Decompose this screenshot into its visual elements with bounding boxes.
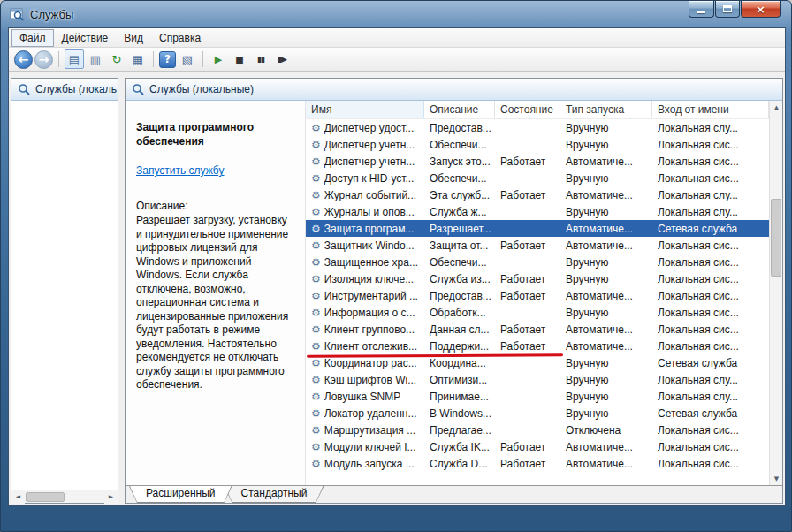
stop-service-button[interactable]: ■ <box>230 49 249 69</box>
column-header-description[interactable]: Описание <box>424 101 495 118</box>
service-row[interactable]: ⚙Клиент отслежив...Поддержи...РаботаетАв… <box>306 338 769 354</box>
pause-service-button[interactable]: ▮▮ <box>251 49 270 69</box>
maximize-button[interactable] <box>715 1 740 18</box>
service-row[interactable]: ⚙Кэш шрифтов Wi...Оптимизи...ВручнуюЛока… <box>306 371 769 388</box>
export-list-button[interactable]: ▥ <box>86 49 105 69</box>
table-header: ИмяОписаниеСостояниеТип запускаВход от и… <box>306 101 769 119</box>
show-hide-console-tree-button[interactable]: ▤ <box>65 49 84 69</box>
service-description: Обеспечи... <box>424 256 495 269</box>
service-row[interactable]: ⚙Ловушка SNMPПринимае...ВручнуюЛокальная… <box>306 388 769 405</box>
service-row[interactable]: ⚙Локатор удаленн...В Windows...ВручнуюСе… <box>306 405 769 422</box>
column-header-status[interactable]: Состояние <box>495 101 560 118</box>
title-bar[interactable]: Службы × <box>1 1 791 27</box>
service-row[interactable]: ⚙Диспетчер учетн...Обеспечи...ВручнуюЛок… <box>306 136 769 153</box>
service-startup-type: Автоматиче... <box>560 458 652 470</box>
service-logon-as: Сетевая служба <box>652 407 769 420</box>
help-button[interactable]: ? <box>159 51 176 68</box>
service-logon-as: Локальная сис... <box>652 441 769 453</box>
service-startup-type: Автоматиче... <box>560 239 652 252</box>
service-name: ⚙Журналы и опов... <box>306 206 424 218</box>
service-name-text: Модуль запуска ... <box>324 458 415 470</box>
service-row[interactable]: ⚙Модули ключей I...Служба IK...РаботаетА… <box>306 438 769 455</box>
column-header-startup-type[interactable]: Тип запуска <box>560 101 652 118</box>
service-row[interactable]: ⚙Журнал событий...Эта служб...РаботаетАв… <box>306 186 769 203</box>
menu-item-view[interactable]: Вид <box>116 29 151 47</box>
tab-extended[interactable]: Расширенный <box>129 486 232 503</box>
service-row[interactable]: ⚙Диспетчер учетн...Запуск это...Работает… <box>306 153 769 170</box>
service-row[interactable]: ⚙Модуль запуска ...Служба D...РаботаетАв… <box>306 455 769 472</box>
column-header-name[interactable]: Имя <box>306 101 424 118</box>
service-row[interactable]: ⚙Маршрутизация ...Предлагае...ОтключенаЛ… <box>306 422 769 438</box>
service-description: Обеспечи... <box>424 172 495 185</box>
service-name-text: Диспетчер учетн... <box>324 156 415 168</box>
start-service-link[interactable]: Запустить службу <box>136 164 224 177</box>
service-startup-type: Отключена <box>560 424 652 437</box>
tab-standard[interactable]: Стандартный <box>225 486 324 503</box>
service-startup-type: Вручную <box>560 391 652 403</box>
service-logon-as: Локальная сис... <box>652 340 769 353</box>
service-row[interactable]: ⚙Инструментарий ...Предостав...РаботаетА… <box>306 287 769 304</box>
service-status: Работает <box>495 273 560 285</box>
service-description: Предостав... <box>424 290 495 302</box>
scrollbar-thumb[interactable] <box>26 492 65 502</box>
service-name-text: Клиент группово... <box>324 323 415 336</box>
scrollbar-track[interactable] <box>770 114 782 472</box>
tree-horizontal-scrollbar[interactable]: ◄ ► <box>11 490 118 503</box>
service-startup-type: Вручную <box>560 407 652 420</box>
menu-item-action[interactable]: Действие <box>54 29 117 47</box>
close-button[interactable]: × <box>741 1 781 18</box>
refresh-button[interactable]: ↻ <box>107 49 126 69</box>
back-button[interactable]: ← <box>14 50 33 69</box>
table-body: ⚙Диспетчер удост...Предостав...ВручнуюЛо… <box>306 119 769 472</box>
scroll-down-button[interactable]: ▼ <box>770 472 782 485</box>
description-pane: Защита программного обеспечения Запустит… <box>126 101 306 485</box>
client-area: ФайлДействиеВидСправка ←→▤▥↻▦?▧▶■▮▮▮▶ Сл… <box>8 27 786 506</box>
service-name-text: Защита програм... <box>324 223 415 235</box>
tree-root-item[interactable]: Службы (локаль <box>11 79 118 101</box>
services-window: Службы × ФайлДействиеВидСправка ←→▤▥↻▦?▧… <box>0 0 792 532</box>
forward-button[interactable]: → <box>34 50 53 69</box>
service-row[interactable]: ⚙Защита програм...Разрешает...Автоматиче… <box>306 220 769 237</box>
scrollbar-thumb[interactable] <box>771 199 781 277</box>
service-name: ⚙Ловушка SNMP <box>306 391 424 403</box>
service-row[interactable]: ⚙Диспетчер удост...Предостав...ВручнуюЛо… <box>306 119 769 136</box>
service-logon-as: Локальная сис... <box>652 323 769 336</box>
service-startup-type: Автоматиче... <box>560 323 652 336</box>
service-row[interactable]: ⚙Защитник Windo...Защита от...РаботаетАв… <box>306 237 769 254</box>
service-row[interactable]: ⚙Информация о с...Обработк...ВручнуюЛока… <box>306 304 769 321</box>
scroll-left-button[interactable]: ◄ <box>11 490 25 504</box>
menu-item-help[interactable]: Справка <box>151 29 209 47</box>
service-logon-as: Локальная сис... <box>652 458 769 470</box>
scroll-up-button[interactable]: ▲ <box>770 101 782 114</box>
content-area: Защита программного обеспечения Запустит… <box>126 101 782 485</box>
column-header-logon-as[interactable]: Вход от имени <box>652 101 769 118</box>
details-panel: Службы (локальные) Защита программного о… <box>125 78 783 504</box>
minimize-icon <box>697 11 705 13</box>
service-logon-as: Локальная слу... <box>652 122 769 134</box>
extended-view-button[interactable]: ▧ <box>178 49 197 69</box>
service-logon-as: Локальная сис... <box>652 290 769 302</box>
service-row[interactable]: ⚙Журналы и опов...Служба ж...ВручнуюЛока… <box>306 203 769 220</box>
service-startup-type: Автоматиче... <box>560 189 652 201</box>
service-name-text: Диспетчер учетн... <box>324 139 415 151</box>
minimize-button[interactable] <box>689 1 714 18</box>
list-vertical-scrollbar[interactable]: ▲ ▼ <box>769 101 782 485</box>
scroll-right-button[interactable]: ► <box>104 490 118 504</box>
gear-icon: ⚙ <box>311 459 321 469</box>
menu-item-file[interactable]: Файл <box>11 29 54 47</box>
service-name: ⚙Доступ к HID-уст... <box>306 172 424 185</box>
service-row[interactable]: ⚙Доступ к HID-уст...Обеспечи...ВручнуюЛо… <box>306 170 769 186</box>
service-row[interactable]: ⚙Защищенное хра...Обеспечи...ВручнуюЛока… <box>306 254 769 270</box>
service-startup-type: Вручную <box>560 273 652 285</box>
service-row[interactable]: ⚙Клиент группово...Данная сл...РаботаетА… <box>306 321 769 338</box>
service-logon-as: Локальная слу... <box>652 206 769 218</box>
restart-service-button[interactable]: ▮▶ <box>272 49 292 69</box>
gear-icon: ⚙ <box>311 308 321 318</box>
service-startup-type: Автоматиче... <box>560 223 652 235</box>
properties-button[interactable]: ▦ <box>128 49 148 69</box>
service-name-text: Инструментарий ... <box>324 290 418 302</box>
service-row[interactable]: ⚙Изоляция ключе...Служба из...РаботаетВр… <box>306 270 769 287</box>
menu-bar: ФайлДействиеВидСправка <box>9 28 785 48</box>
start-service-button[interactable]: ▶ <box>209 49 228 69</box>
service-name-text: Защитник Windo... <box>324 239 415 252</box>
